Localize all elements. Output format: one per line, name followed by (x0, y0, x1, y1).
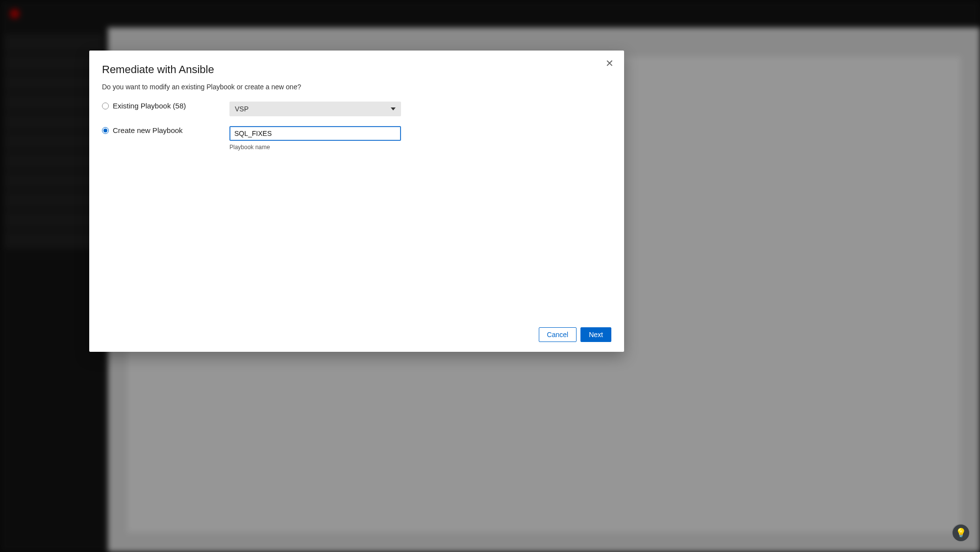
help-button[interactable]: 💡 (952, 524, 970, 542)
close-icon: ✕ (605, 58, 614, 69)
radio-icon (102, 103, 109, 109)
modal-footer: Cancel Next (102, 327, 611, 342)
create-playbook-radio[interactable]: Create new Playbook (102, 126, 229, 134)
create-playbook-row: Create new Playbook Playbook name (102, 126, 611, 151)
existing-playbook-label: Existing Playbook (58) (113, 102, 186, 110)
playbook-name-helper: Playbook name (229, 144, 401, 151)
existing-playbook-row: Existing Playbook (58) VSP (102, 102, 611, 116)
next-button[interactable]: Next (580, 327, 611, 342)
radio-icon (102, 127, 109, 134)
select-value: VSP (235, 105, 249, 113)
close-button[interactable]: ✕ (603, 56, 616, 70)
modal-prompt: Do you want to modify an existing Playbo… (102, 83, 611, 91)
existing-playbook-radio[interactable]: Existing Playbook (58) (102, 102, 229, 110)
form: Existing Playbook (58) VSP Create new Pl… (102, 102, 611, 151)
lightbulb-icon: 💡 (955, 527, 966, 538)
modal-title: Remediate with Ansible (102, 63, 611, 76)
playbook-name-input[interactable] (229, 126, 401, 141)
remediate-modal: ✕ Remediate with Ansible Do you want to … (89, 51, 624, 352)
cancel-button[interactable]: Cancel (539, 327, 577, 342)
create-playbook-label: Create new Playbook (113, 126, 183, 134)
existing-playbook-select[interactable]: VSP (229, 102, 401, 116)
chevron-down-icon (391, 107, 396, 110)
